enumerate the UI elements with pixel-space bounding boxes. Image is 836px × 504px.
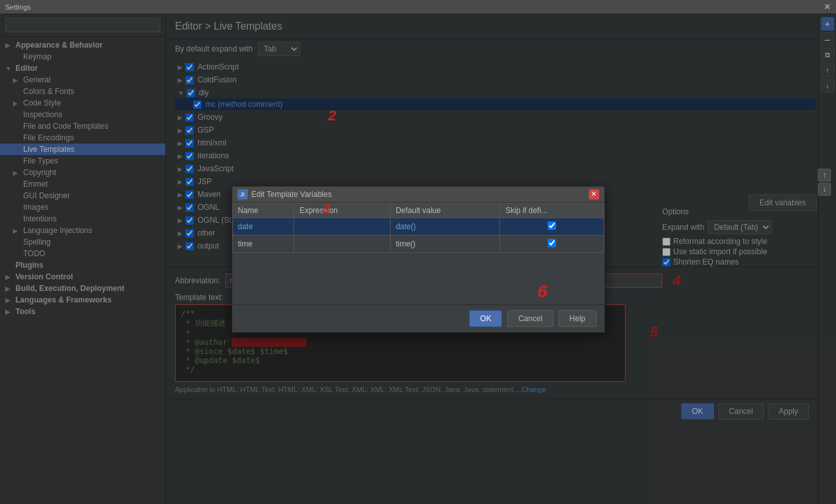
var-default-value: time(): [390, 235, 499, 252]
col-expression: Expression: [294, 203, 390, 218]
close-button[interactable]: ✕: [824, 2, 831, 12]
col-default-value: Default value: [390, 203, 499, 218]
var-expression[interactable]: [294, 235, 390, 252]
modal-ok-button[interactable]: OK: [469, 310, 502, 327]
modal-footer: OK Cancel Help: [232, 304, 604, 332]
modal-down-button[interactable]: ↓: [818, 183, 831, 196]
var-expression[interactable]: [294, 218, 390, 235]
var-skip: [500, 235, 604, 252]
skip-checkbox[interactable]: [548, 221, 556, 230]
var-default-value: date(): [390, 218, 499, 235]
var-skip: [500, 218, 604, 235]
modal-overlay: JI Edit Template Variables ✕ Name Expres…: [0, 14, 836, 504]
skip-checkbox[interactable]: [548, 239, 556, 247]
var-name: time: [232, 235, 294, 252]
variables-table: Name Expression Default value Skip if de…: [232, 203, 604, 253]
col-name: Name: [232, 203, 294, 218]
variable-row[interactable]: date date(): [232, 218, 604, 235]
window-title: Settings: [5, 3, 31, 11]
annotation-6: 6: [537, 281, 548, 302]
edit-template-variables-dialog: JI Edit Template Variables ✕ Name Expres…: [232, 186, 605, 333]
modal-help-button[interactable]: Help: [559, 310, 597, 327]
modal-body: Name Expression Default value Skip if de…: [232, 203, 604, 304]
var-name: date: [232, 218, 294, 235]
modal-title-bar: JI Edit Template Variables ✕: [232, 187, 604, 203]
title-bar: Settings ✕: [0, 0, 836, 14]
modal-right-arrows: ↑ ↓: [818, 169, 831, 196]
modal-icon: JI: [237, 189, 248, 200]
modal-empty-area: 6 ↑ ↓: [232, 253, 604, 304]
col-skip: Skip if defi...: [500, 203, 604, 218]
modal-title-text: Edit Template Variables: [252, 190, 332, 199]
modal-up-button[interactable]: ↑: [818, 169, 831, 182]
modal-close-button[interactable]: ✕: [589, 189, 599, 200]
variable-row[interactable]: time time(): [232, 235, 604, 252]
modal-cancel-button[interactable]: Cancel: [507, 310, 553, 327]
modal-title-container: JI Edit Template Variables: [237, 189, 332, 200]
